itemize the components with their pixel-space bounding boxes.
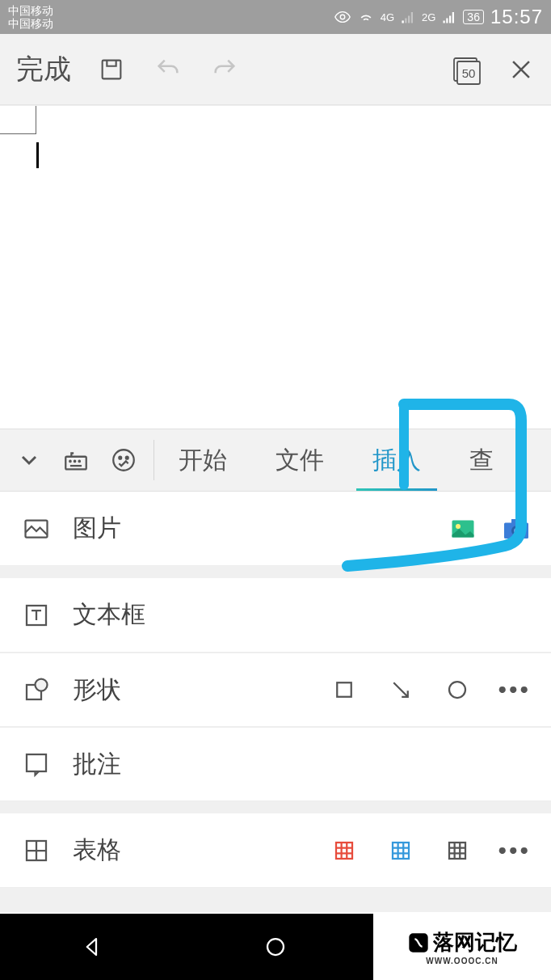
table-style-red-icon[interactable] bbox=[328, 834, 360, 867]
battery-level: 36 bbox=[463, 10, 484, 24]
table-style-plain-icon[interactable] bbox=[441, 834, 473, 867]
svg-point-11 bbox=[126, 457, 128, 459]
svg-point-14 bbox=[456, 524, 461, 529]
textbox-label: 文本框 bbox=[73, 598, 531, 632]
save-icon[interactable] bbox=[95, 53, 128, 86]
carrier-1: 中国移动 bbox=[8, 4, 53, 17]
svg-rect-22 bbox=[338, 682, 352, 697]
annotation-icon bbox=[20, 748, 53, 780]
document-canvas[interactable] bbox=[0, 105, 551, 429]
ruler-corner bbox=[0, 106, 36, 134]
svg-rect-5 bbox=[65, 457, 86, 470]
annotation-label: 批注 bbox=[73, 748, 531, 781]
shape-circle-icon[interactable] bbox=[441, 674, 473, 706]
carrier-labels: 中国移动 中国移动 bbox=[8, 4, 53, 30]
insert-panel: 图片 文本框 形状 bbox=[0, 492, 551, 912]
wifi-icon bbox=[358, 9, 374, 25]
undo-icon[interactable] bbox=[152, 53, 184, 86]
svg-point-29 bbox=[267, 939, 284, 955]
svg-rect-16 bbox=[511, 519, 521, 524]
svg-point-10 bbox=[119, 457, 121, 459]
gallery-icon[interactable] bbox=[448, 514, 477, 543]
camera-icon[interactable] bbox=[502, 514, 531, 543]
row-textbox[interactable]: 文本框 bbox=[0, 578, 551, 653]
svg-point-7 bbox=[74, 461, 75, 462]
svg-text:50: 50 bbox=[462, 66, 476, 80]
svg-point-21 bbox=[36, 679, 48, 691]
picture-label: 图片 bbox=[73, 512, 428, 545]
svg-point-9 bbox=[113, 450, 134, 471]
row-annotation[interactable]: 批注 bbox=[0, 727, 551, 801]
redo-icon[interactable] bbox=[208, 53, 241, 86]
picture-icon bbox=[20, 513, 53, 545]
table-label: 表格 bbox=[73, 834, 308, 867]
shape-icon bbox=[20, 674, 53, 706]
close-icon[interactable] bbox=[507, 56, 535, 83]
watermark-logo-icon bbox=[407, 931, 430, 954]
svg-point-6 bbox=[69, 461, 70, 462]
shape-more-icon[interactable]: ••• bbox=[498, 676, 531, 703]
watermark-text: 落网记忆 bbox=[433, 928, 517, 957]
text-cursor bbox=[36, 142, 39, 168]
collapse-icon[interactable] bbox=[16, 447, 42, 473]
tab-start[interactable]: 开始 bbox=[154, 429, 251, 491]
svg-rect-24 bbox=[27, 754, 46, 771]
eye-icon bbox=[334, 8, 351, 26]
nav-home-icon[interactable] bbox=[259, 931, 292, 963]
row-shape[interactable]: 形状 ••• bbox=[0, 653, 551, 727]
svg-point-8 bbox=[79, 461, 80, 462]
status-bar: 中国移动 中国移动 4G 2G 36 15:57 bbox=[0, 0, 551, 34]
tab-view[interactable]: 查 bbox=[445, 429, 518, 491]
word-count-icon[interactable]: 50 bbox=[451, 53, 483, 86]
shape-rect-icon[interactable] bbox=[328, 674, 360, 706]
shape-label: 形状 bbox=[73, 674, 308, 707]
bottom-tabbar: 开始 文件 插入 查 bbox=[0, 429, 551, 492]
table-more-icon[interactable]: ••• bbox=[498, 837, 531, 864]
table-style-blue-icon[interactable] bbox=[385, 834, 417, 867]
svg-point-18 bbox=[514, 528, 519, 533]
signal-1-icon bbox=[401, 10, 415, 24]
watermark: 落网记忆 WWW.OOOC.CN bbox=[373, 914, 551, 980]
svg-rect-27 bbox=[393, 843, 409, 859]
svg-point-0 bbox=[340, 15, 345, 19]
tab-insert[interactable]: 插入 bbox=[348, 429, 445, 491]
textbox-icon bbox=[20, 599, 53, 632]
keyboard-icon[interactable] bbox=[62, 446, 90, 474]
svg-rect-28 bbox=[449, 843, 465, 859]
network-2g: 2G bbox=[422, 11, 435, 23]
table-icon bbox=[20, 834, 53, 867]
editor-toolbar: 完成 50 bbox=[0, 34, 551, 105]
svg-rect-1 bbox=[103, 60, 121, 78]
watermark-sub: WWW.OOOC.CN bbox=[426, 957, 498, 965]
signal-2-icon bbox=[442, 10, 456, 24]
row-picture[interactable]: 图片 bbox=[0, 492, 551, 566]
svg-point-23 bbox=[449, 682, 465, 698]
network-4g: 4G bbox=[381, 11, 394, 23]
done-button[interactable]: 完成 bbox=[16, 51, 71, 88]
carrier-2: 中国移动 bbox=[8, 17, 53, 30]
tab-file[interactable]: 文件 bbox=[251, 429, 348, 491]
svg-rect-26 bbox=[336, 843, 352, 859]
assistant-icon[interactable] bbox=[110, 446, 137, 474]
nav-back-icon[interactable] bbox=[76, 931, 108, 963]
clock: 15:57 bbox=[490, 6, 543, 28]
row-table[interactable]: 表格 ••• bbox=[0, 813, 551, 888]
shape-arrow-icon[interactable] bbox=[385, 674, 417, 706]
